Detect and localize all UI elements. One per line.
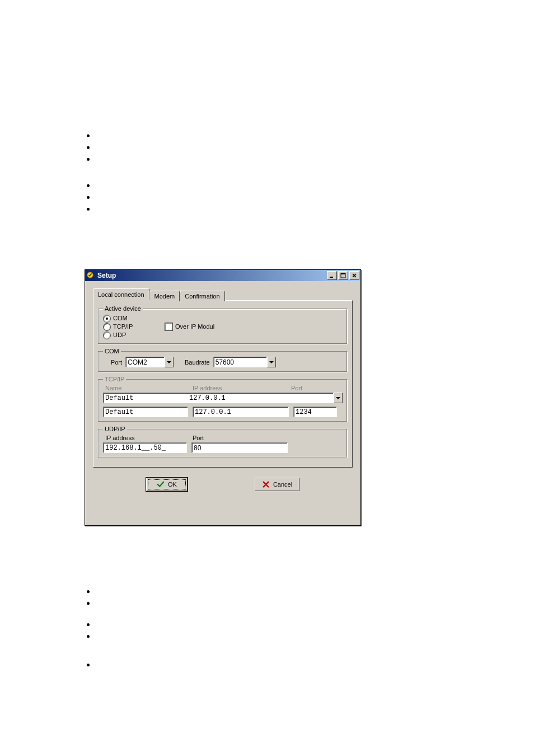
tab-label: Confirmation <box>185 293 219 300</box>
radio-icon <box>103 332 111 339</box>
cancel-button[interactable]: Cancel <box>255 478 299 491</box>
tab-label: Local connection <box>98 291 144 298</box>
dropdown-button[interactable] <box>334 393 343 403</box>
group-udpip: UDP/IP IP address Port 192.168.1__.50_ 8… <box>98 426 348 458</box>
radio-label: UDP <box>113 331 126 339</box>
page-bullet-list <box>87 664 90 675</box>
dropdown-button[interactable] <box>267 357 276 367</box>
group-legend: TCP/IP <box>103 376 126 382</box>
chevron-down-icon <box>269 361 274 363</box>
group-tcpip: TCP/IP Name IP address Port Default 127.… <box>98 376 348 422</box>
tcpip-preset-name: Default <box>105 394 189 402</box>
group-com: COM Port COM2 Baudrate 57600 <box>98 348 348 372</box>
tcpip-port-header: Port <box>291 385 302 391</box>
tab-strip: Local connection Modem Confirmation <box>93 288 353 300</box>
bullet-icon <box>87 134 90 137</box>
checkbox-label: Over IP Modul <box>175 323 214 331</box>
radio-com[interactable]: COM <box>103 314 165 323</box>
cross-icon <box>262 480 270 488</box>
check-icon <box>157 480 165 488</box>
svg-rect-1 <box>330 277 333 278</box>
checkbox-icon <box>165 323 173 331</box>
bullet-icon <box>87 146 90 149</box>
group-active-device: Active device COM TCP/IP UDP <box>98 305 348 344</box>
radio-icon <box>103 315 111 323</box>
bullet-icon <box>87 158 90 161</box>
udpip-port-input[interactable]: 80 <box>191 442 288 453</box>
radio-tcpip[interactable]: TCP/IP <box>103 323 165 331</box>
tab-label: Modem <box>154 293 175 300</box>
radio-label: TCP/IP <box>113 323 133 331</box>
client-area: Local connection Modem Confirmation Acti… <box>85 281 360 499</box>
tcpip-port-input[interactable]: 1234 <box>293 407 337 417</box>
bullet-icon <box>87 664 90 666</box>
page-bullet-list <box>87 623 90 647</box>
page-bullet-list <box>87 590 90 614</box>
chevron-down-icon <box>167 361 171 363</box>
app-icon <box>86 271 95 280</box>
bullet-icon <box>87 208 90 211</box>
tab-panel-local: Active device COM TCP/IP UDP <box>93 300 353 468</box>
com-port-combo[interactable]: COM2 <box>125 357 174 367</box>
titlebar[interactable]: Setup <box>85 270 360 281</box>
com-baud-label: Baudrate <box>185 359 210 366</box>
udpip-ip-input[interactable]: 192.168.1__.50_ <box>103 442 187 453</box>
chevron-down-icon <box>336 397 340 399</box>
radio-udp[interactable]: UDP <box>103 331 165 339</box>
dropdown-button[interactable] <box>165 357 174 367</box>
maximize-button[interactable] <box>338 271 348 280</box>
window-title: Setup <box>97 272 326 279</box>
tcpip-ip-input[interactable]: 127.0.0.1 <box>193 407 289 417</box>
udpip-ip-header: IP address <box>103 435 189 441</box>
tab-modem[interactable]: Modem <box>149 291 180 301</box>
radio-icon <box>103 323 111 331</box>
ok-button[interactable]: OK <box>146 478 188 491</box>
page-bullet-list <box>87 134 90 170</box>
tcpip-preset-ip: 127.0.0.1 <box>189 394 226 402</box>
tcpip-name-header: Name <box>103 385 189 391</box>
tcpip-preset-display: Default 127.0.0.1 <box>103 393 334 403</box>
group-legend: UDP/IP <box>103 426 127 432</box>
group-legend: COM <box>103 348 121 354</box>
com-port-label: Port <box>103 359 122 366</box>
page-bullet-list <box>87 184 90 220</box>
minimize-button[interactable] <box>327 271 337 280</box>
bullet-icon <box>87 590 90 593</box>
bullet-icon <box>87 602 90 605</box>
button-label: OK <box>168 481 177 488</box>
button-label: Cancel <box>273 481 292 488</box>
checkbox-over-ip-modul[interactable]: Over IP Modul <box>165 323 214 331</box>
button-bar: OK Cancel <box>93 468 353 493</box>
svg-rect-3 <box>341 273 345 274</box>
bullet-icon <box>87 635 90 638</box>
udpip-port-header: Port <box>193 435 204 441</box>
com-baud-value: 57600 <box>213 357 267 367</box>
com-baud-combo[interactable]: 57600 <box>213 357 276 367</box>
com-port-value: COM2 <box>125 357 165 367</box>
radio-label: COM <box>113 314 128 323</box>
setup-window: Setup Local connection Modem Confirmatio… <box>85 269 361 526</box>
close-button[interactable] <box>349 271 359 280</box>
bullet-icon <box>87 196 90 199</box>
tab-confirmation[interactable]: Confirmation <box>180 291 224 301</box>
bullet-icon <box>87 184 90 187</box>
tcpip-name-input[interactable]: Default <box>103 407 188 417</box>
group-legend: Active device <box>103 305 143 312</box>
bullet-icon <box>87 623 90 626</box>
tcpip-ip-header: IP address <box>193 385 288 391</box>
tab-local-connection[interactable]: Local connection <box>93 288 149 301</box>
tcpip-preset-combo[interactable]: Default 127.0.0.1 <box>103 393 343 403</box>
